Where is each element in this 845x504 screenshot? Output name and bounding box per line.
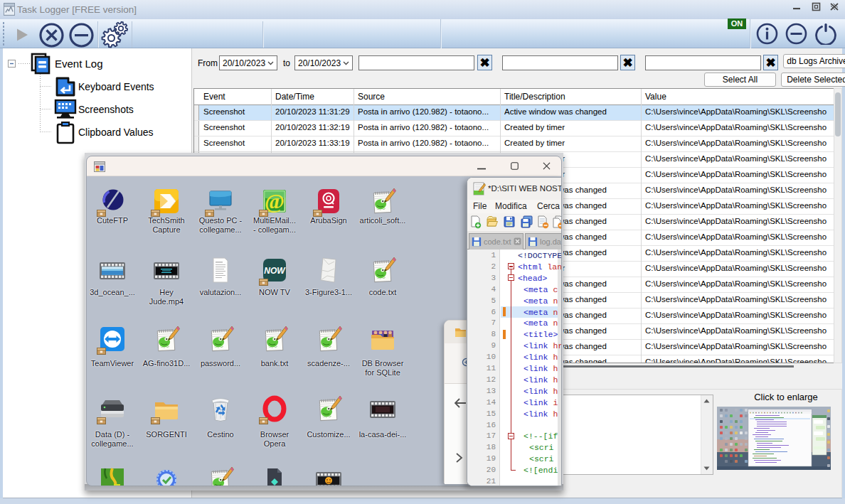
svg-text:NOW: NOW	[264, 266, 286, 276]
